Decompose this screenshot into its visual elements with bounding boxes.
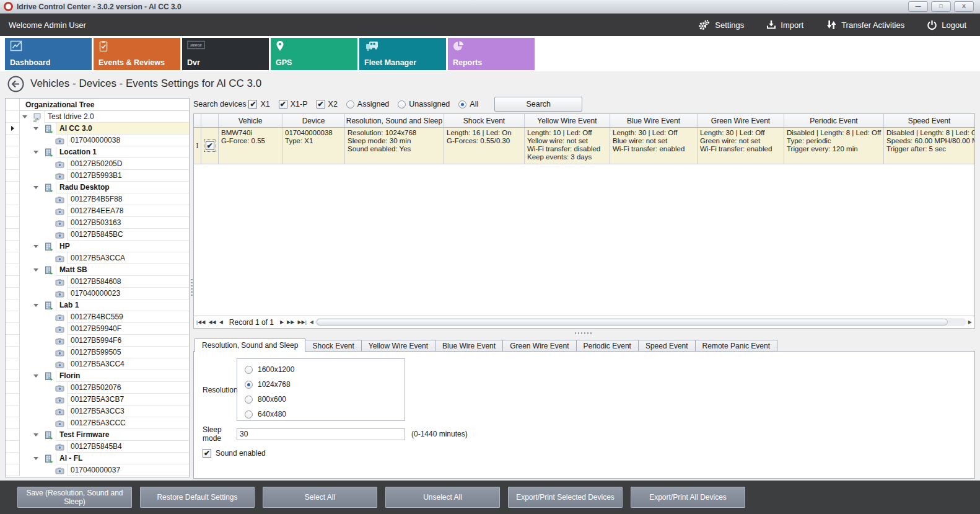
prev-page-button[interactable]: ◀◀ — [208, 319, 216, 325]
search-radio-assigned[interactable]: Assigned — [346, 100, 389, 109]
next-record-button[interactable]: ▶ — [280, 319, 284, 325]
horizontal-scrollbar[interactable]: ◀ ▶ — [310, 317, 972, 327]
tree-node-device[interactable]: 00127B50205D — [6, 158, 189, 170]
import-button[interactable]: Import — [766, 20, 803, 30]
search-radio-all[interactable]: All — [458, 100, 478, 109]
settings-button[interactable]: Settings — [697, 19, 744, 30]
column-header[interactable]: Resolution, Sound and Sleep — [345, 114, 444, 127]
sound-enabled-toggle[interactable]: ✔ Sound enabled — [203, 449, 974, 458]
row-select-cell[interactable]: ✔ — [201, 128, 219, 164]
close-button[interactable]: X — [954, 1, 974, 12]
tree-node-device[interactable]: 00127B5845B4 — [6, 441, 189, 453]
tree-node-device[interactable]: 00127B5A3CC3 — [6, 405, 189, 417]
tab-resolution-sound-and-sleep[interactable]: Resolution, Sound and Sleep — [195, 338, 305, 352]
tree-node-group[interactable]: Al CC 3.0 — [6, 123, 189, 135]
expander-icon[interactable] — [33, 433, 38, 436]
next-page-button[interactable]: ▶▶ — [287, 319, 294, 325]
tree-node-root[interactable]: Test Idrive 2.0 — [6, 111, 189, 123]
transfer-activities-button[interactable]: Transfer Activities — [826, 19, 904, 30]
tree-node-device[interactable]: 00127B503163 — [6, 217, 189, 229]
tree-node-device[interactable]: 00127B5A3CC4 — [6, 358, 189, 370]
radio-unassigned[interactable] — [398, 100, 406, 109]
scrollbar-thumb[interactable] — [317, 319, 948, 326]
expander-icon[interactable] — [33, 304, 38, 307]
tree-node-device[interactable]: 00127B502076 — [6, 382, 189, 394]
expander-icon[interactable] — [22, 115, 27, 118]
maximize-button[interactable]: □ — [931, 1, 951, 12]
scroll-left-icon[interactable]: ◀ — [310, 319, 313, 325]
select-all-button[interactable]: Select All — [263, 487, 377, 508]
tree-node-device[interactable]: 00127B584608 — [6, 276, 189, 288]
tree-node-device[interactable]: 00127B5A3CCA — [6, 252, 189, 264]
tab-yellow-wire-event[interactable]: Yellow Wire Event — [362, 340, 435, 352]
tab-remote-panic-event[interactable]: Remote Panic Event — [696, 340, 777, 352]
first-record-button[interactable]: |◀◀ — [196, 319, 205, 325]
column-header[interactable]: Green Wire Event — [698, 114, 784, 127]
tree-node-device[interactable]: 017040000038 — [6, 135, 189, 146]
tree-node-device[interactable]: 00127B5993B1 — [6, 170, 189, 182]
export-print-selected-devices-button[interactable]: Export/Print Selected Devices — [508, 487, 623, 508]
tree-node-device[interactable]: 00127B4EEA78 — [6, 205, 189, 217]
scroll-right-icon[interactable]: ▶ — [968, 319, 972, 325]
tree-node-device[interactable]: 00127B5845BC — [6, 229, 189, 241]
checkbox-x2[interactable]: ✔ — [317, 100, 325, 109]
resolution-option-800x600[interactable]: 800x600 — [245, 395, 405, 404]
tile-dvr[interactable]: MERGEDvr — [182, 38, 269, 70]
expander-icon[interactable] — [33, 151, 38, 154]
checkbox-x1[interactable]: ✔ — [248, 100, 257, 109]
column-header[interactable]: Periodic Event — [784, 114, 884, 127]
restore-default-settings-button[interactable]: Restore Default Settings — [140, 487, 255, 508]
tile-reports[interactable]: Reports — [448, 38, 535, 70]
tree-node-group[interactable]: Matt SB — [6, 264, 189, 276]
column-header[interactable]: Vehicle — [219, 114, 282, 127]
tree-node-group[interactable]: Radu Desktop — [6, 182, 189, 193]
tab-periodic-event[interactable]: Periodic Event — [577, 340, 639, 352]
column-header[interactable]: Blue Wire Event — [610, 114, 698, 127]
tree-node-device[interactable]: 00127B59940F — [6, 323, 189, 335]
tile-events-reviews[interactable]: Events & Reviews — [94, 38, 180, 70]
expander-icon[interactable] — [33, 268, 38, 272]
tree-node-device[interactable]: 017040000023 — [6, 288, 189, 299]
tree-node-group[interactable]: Test Firmware — [6, 429, 189, 441]
checkbox-x1-p[interactable]: ✔ — [279, 100, 287, 109]
horizontal-splitter[interactable] — [193, 330, 975, 337]
save-resolution-sound-sleep-button[interactable]: Save (Resolution, Sound and Sleep) — [17, 487, 132, 508]
search-button[interactable]: Search — [494, 97, 582, 112]
tab-green-wire-event[interactable]: Green Wire Event — [503, 340, 576, 352]
search-filter-x1[interactable]: ✔X1 — [248, 100, 269, 109]
resolution-option-640x480[interactable]: 640x480 — [245, 410, 405, 419]
search-radio-unassigned[interactable]: Unassigned — [398, 100, 450, 109]
tree-node-device[interactable]: 00127B5A3CCC — [6, 417, 189, 429]
tree-node-device[interactable]: 00127B599505 — [6, 347, 189, 358]
tree-node-device[interactable]: 00127B5A3CB7 — [6, 394, 189, 405]
tile-fleet-manager[interactable]: Fleet Manager — [359, 38, 446, 70]
radio-assigned[interactable] — [346, 100, 354, 109]
column-header[interactable]: Shock Event — [444, 114, 525, 127]
last-record-button[interactable]: ▶▶| — [297, 319, 306, 325]
expander-icon[interactable] — [33, 245, 38, 248]
expander-icon[interactable] — [33, 186, 38, 189]
device-row[interactable]: I✔BMW740iG-Force: 0.55017040000038Type: … — [194, 128, 974, 164]
minimize-button[interactable]: — — [908, 1, 928, 12]
search-filter-x1-p[interactable]: ✔X1-P — [279, 100, 308, 109]
tree-node-device[interactable]: 00127B5994F6 — [6, 335, 189, 347]
column-header[interactable]: Device — [282, 114, 345, 127]
row-select-checkbox[interactable]: ✔ — [206, 141, 214, 150]
resolution-option-1600x1200[interactable]: 1600x1200 — [245, 365, 405, 374]
tree-node-group[interactable]: HP — [6, 241, 189, 252]
sleep-mode-input[interactable] — [237, 428, 405, 440]
radio-1600x1200[interactable] — [245, 366, 253, 374]
tab-speed-event[interactable]: Speed Event — [639, 340, 696, 352]
tab-shock-event[interactable]: Shock Event — [305, 340, 361, 352]
tree-node-group[interactable]: Location 1 — [6, 146, 189, 158]
expander-icon[interactable] — [33, 127, 38, 130]
prev-record-button[interactable]: ◀ — [219, 319, 223, 325]
tree-node-group[interactable]: Florin — [6, 370, 189, 382]
scrollbar-track[interactable] — [315, 318, 966, 326]
tile-dashboard[interactable]: Dashboard — [5, 38, 92, 70]
column-header[interactable]: Yellow Wire Event — [525, 114, 610, 127]
resolution-option-1024x768[interactable]: 1024x768 — [245, 380, 405, 389]
tree-node-device[interactable]: 017040000037 — [6, 464, 189, 476]
search-filter-x2[interactable]: ✔X2 — [317, 100, 338, 109]
back-button[interactable] — [7, 76, 24, 92]
